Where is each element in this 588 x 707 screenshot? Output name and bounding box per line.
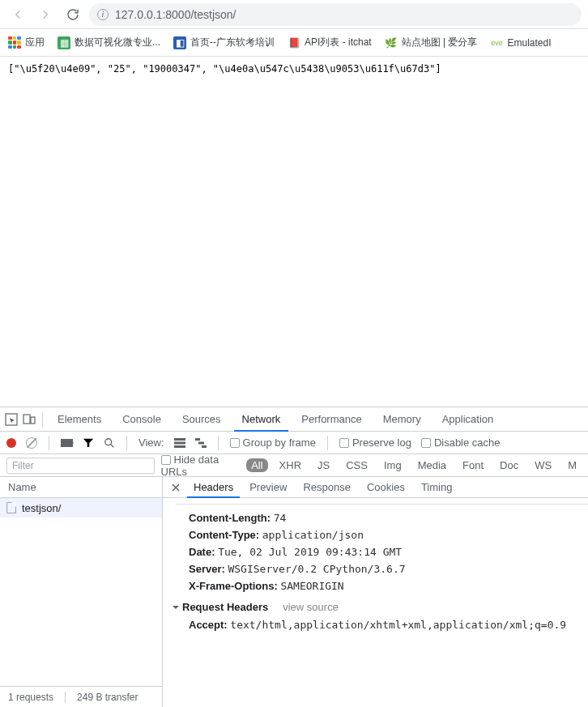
bookmark-label: 首页--广东软考培训 bbox=[190, 36, 275, 49]
file-icon bbox=[6, 502, 16, 513]
group-by-frame-checkbox[interactable]: Group by frame bbox=[230, 437, 316, 449]
status-bar: 1 requests 249 B transfer bbox=[0, 686, 162, 707]
favicon: 🌿 bbox=[385, 36, 398, 49]
detail-tabs: Headers Preview Response Cookies Timing bbox=[163, 477, 588, 498]
url-text: 127.0.0.1:8000/testjson/ bbox=[115, 8, 236, 21]
headers-panel: Content-Length: 74 Content-Type: applica… bbox=[163, 498, 588, 707]
tab-timing[interactable]: Timing bbox=[415, 477, 459, 498]
request-detail: Headers Preview Response Cookies Timing … bbox=[163, 477, 588, 707]
search-icon[interactable] bbox=[104, 437, 115, 449]
bookmark-item[interactable]: ◧ 首页--广东软考培训 bbox=[173, 36, 275, 49]
svg-rect-8 bbox=[195, 438, 200, 441]
header-row: Content-Length: 74 bbox=[176, 509, 588, 526]
tab-sources[interactable]: Sources bbox=[174, 407, 229, 432]
separator bbox=[49, 436, 49, 450]
favicon: ◧ bbox=[173, 36, 186, 49]
tab-memory[interactable]: Memory bbox=[375, 407, 429, 432]
svg-rect-9 bbox=[198, 441, 204, 444]
network-body: Name testjson/ 1 requests 249 B transfer… bbox=[0, 477, 588, 707]
filter-all[interactable]: All bbox=[246, 458, 267, 472]
clear-button[interactable] bbox=[26, 437, 37, 449]
tab-performance[interactable]: Performance bbox=[293, 407, 369, 432]
tab-elements[interactable]: Elements bbox=[49, 407, 109, 432]
network-controls: View: Group by frame Preserve log Disabl… bbox=[0, 432, 588, 454]
bookmarks-bar: 应用 ▦ 数据可视化微专业... ◧ 首页--广东软考培训 📕 API列表 - … bbox=[0, 29, 588, 57]
tab-application[interactable]: Application bbox=[434, 407, 502, 432]
separator bbox=[42, 412, 43, 427]
separator bbox=[126, 436, 127, 450]
request-row[interactable]: testjson/ bbox=[0, 498, 162, 517]
page-body-text: ["\u5f20\u4e09", "25", "19000347", "\u4e… bbox=[8, 63, 441, 75]
header-row: Content-Type: application/json bbox=[176, 526, 588, 543]
separator bbox=[218, 436, 219, 450]
svg-point-3 bbox=[105, 438, 112, 445]
bookmark-label: 数据可视化微专业... bbox=[75, 36, 160, 49]
screenshot-icon[interactable] bbox=[61, 439, 73, 447]
request-list: Name testjson/ 1 requests 249 B transfer bbox=[0, 477, 163, 707]
filter-css[interactable]: CSS bbox=[341, 458, 373, 472]
favicon: ▦ bbox=[58, 36, 70, 49]
filter-icon[interactable] bbox=[83, 437, 94, 449]
filter-input[interactable]: Filter bbox=[6, 458, 155, 474]
svg-rect-1 bbox=[23, 415, 30, 424]
page-body: ["\u5f20\u4e09", "25", "19000347", "\u4e… bbox=[0, 57, 588, 407]
bookmark-item[interactable]: eve EmulatedI bbox=[491, 36, 552, 49]
filter-doc[interactable]: Doc bbox=[495, 458, 523, 472]
list-header-name[interactable]: Name bbox=[0, 477, 162, 498]
hide-data-urls-checkbox[interactable]: Hide data URLs bbox=[161, 454, 241, 478]
filter-font[interactable]: Font bbox=[458, 458, 488, 472]
tab-preview[interactable]: Preview bbox=[243, 477, 293, 498]
browser-toolbar: i 127.0.0.1:8000/testjson/ bbox=[0, 0, 588, 29]
filter-img[interactable]: Img bbox=[379, 458, 407, 472]
inspect-icon[interactable] bbox=[5, 413, 18, 426]
filter-ws[interactable]: WS bbox=[530, 458, 556, 472]
close-button[interactable] bbox=[168, 479, 184, 496]
bookmark-label: 站点地图 | 爱分享 bbox=[402, 36, 478, 49]
disclosure-triangle-icon bbox=[173, 606, 179, 612]
view-label: View: bbox=[138, 437, 164, 449]
bookmark-label: EmulatedI bbox=[508, 37, 552, 49]
forward-button[interactable] bbox=[34, 3, 57, 26]
favicon: 📕 bbox=[288, 36, 300, 49]
filter-media[interactable]: Media bbox=[413, 458, 451, 472]
record-button[interactable] bbox=[6, 438, 16, 448]
devtools: Elements Console Sources Network Perform… bbox=[0, 407, 588, 707]
site-info-icon[interactable]: i bbox=[97, 9, 109, 20]
request-name: testjson/ bbox=[22, 502, 61, 514]
devtools-tabs: Elements Console Sources Network Perform… bbox=[0, 407, 588, 432]
tab-response[interactable]: Response bbox=[296, 477, 357, 498]
address-bar[interactable]: i 127.0.0.1:8000/testjson/ bbox=[89, 3, 582, 26]
tab-network[interactable]: Network bbox=[234, 407, 289, 432]
bookmark-label: API列表 - itchat bbox=[305, 36, 372, 49]
apps-label: 应用 bbox=[25, 36, 45, 49]
network-filter-bar: Filter Hide data URLs All XHR JS CSS Img… bbox=[0, 454, 588, 477]
waterfall-icon[interactable] bbox=[195, 438, 207, 448]
tab-headers[interactable]: Headers bbox=[187, 477, 240, 498]
view-source-link[interactable]: view source bbox=[283, 601, 339, 613]
apps-icon bbox=[8, 36, 21, 49]
header-row: Date: Tue, 02 Jul 2019 09:43:14 GMT bbox=[176, 543, 588, 560]
bookmark-item[interactable]: 📕 API列表 - itchat bbox=[288, 36, 372, 49]
bookmark-item[interactable]: ▦ 数据可视化微专业... bbox=[58, 36, 160, 49]
large-rows-icon[interactable] bbox=[174, 438, 185, 448]
disable-cache-checkbox[interactable]: Disable cache bbox=[421, 437, 501, 449]
header-row: X-Frame-Options: SAMEORIGIN bbox=[176, 577, 588, 594]
tab-console[interactable]: Console bbox=[114, 407, 169, 432]
preserve-log-checkbox[interactable]: Preserve log bbox=[339, 437, 411, 449]
apps-button[interactable]: 应用 bbox=[8, 36, 45, 49]
reload-button[interactable] bbox=[62, 3, 84, 26]
header-row: Accept: text/html,application/xhtml+xml,… bbox=[176, 616, 588, 633]
request-headers-section[interactable]: Request Headers view source bbox=[173, 601, 588, 613]
filter-xhr[interactable]: XHR bbox=[275, 458, 306, 472]
svg-rect-5 bbox=[174, 438, 185, 441]
svg-rect-7 bbox=[174, 445, 185, 448]
filter-manifest[interactable]: M bbox=[563, 458, 582, 472]
device-icon[interactable] bbox=[23, 413, 36, 426]
tab-cookies[interactable]: Cookies bbox=[360, 477, 411, 498]
bookmark-item[interactable]: 🌿 站点地图 | 爱分享 bbox=[385, 36, 478, 49]
back-button[interactable] bbox=[6, 3, 29, 26]
filter-js[interactable]: JS bbox=[313, 458, 334, 472]
status-requests: 1 requests bbox=[8, 692, 53, 703]
svg-rect-6 bbox=[174, 441, 185, 444]
favicon: eve bbox=[491, 36, 504, 49]
